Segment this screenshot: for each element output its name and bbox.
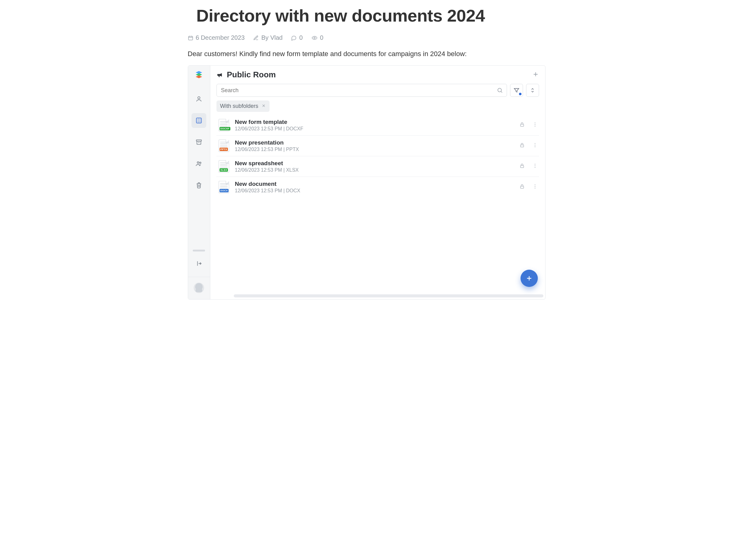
sidebar-resize-handle[interactable] (193, 250, 205, 251)
file-tag: XLSX (219, 168, 228, 172)
room-title: Public Room (227, 70, 276, 80)
svg-point-6 (199, 162, 201, 164)
meta-date-text: 6 December 2023 (196, 34, 245, 41)
svg-rect-20 (520, 186, 524, 188)
file-tag: PPTX (219, 148, 228, 151)
megaphone-icon (216, 72, 223, 78)
more-button[interactable] (532, 184, 538, 190)
comment-icon (291, 35, 297, 41)
page-meta: 6 December 2023 By Vlad 0 0 (188, 34, 546, 41)
person-icon (195, 96, 202, 102)
file-thumb: XLSX (218, 160, 230, 173)
svg-point-5 (197, 162, 199, 164)
sidebar (188, 66, 210, 299)
file-thumb: DOCX (218, 181, 230, 193)
sidebar-item-person[interactable] (191, 92, 206, 106)
list-item[interactable]: XLSX New spreadsheet 12/06/2023 12:53 PM… (216, 156, 539, 177)
toolbar (210, 81, 545, 99)
svg-point-13 (534, 143, 535, 144)
sidebar-item-grid[interactable] (191, 113, 206, 128)
more-button[interactable] (532, 163, 538, 170)
svg-rect-8 (520, 124, 524, 126)
svg-point-14 (534, 145, 535, 145)
file-name: New spreadsheet (235, 160, 514, 167)
svg-point-10 (534, 124, 535, 125)
lock-icon (519, 122, 525, 129)
filter-chips: With subfolders (210, 99, 545, 115)
svg-point-23 (534, 188, 535, 188)
avatar[interactable] (194, 283, 204, 293)
file-name: New presentation (235, 139, 514, 146)
file-thumb: DOCXF (218, 119, 230, 131)
sort-button[interactable] (526, 84, 539, 97)
svg-point-15 (534, 146, 535, 147)
meta-views-count: 0 (320, 34, 323, 41)
sidebar-item-trash[interactable] (191, 178, 206, 193)
close-icon (261, 104, 266, 108)
lock-icon (519, 184, 525, 190)
chip-with-subfolders[interactable]: With subfolders (216, 100, 269, 112)
svg-rect-3 (196, 118, 202, 123)
svg-point-2 (198, 97, 200, 99)
logo-icon[interactable] (194, 70, 203, 79)
horizontal-scrollbar[interactable] (234, 294, 543, 297)
plus-icon (526, 275, 533, 282)
svg-point-11 (534, 126, 535, 126)
sidebar-item-archive[interactable] (191, 135, 206, 149)
file-name: New form template (235, 119, 514, 125)
sidebar-collapse[interactable] (195, 260, 202, 268)
search-input[interactable] (220, 87, 497, 94)
plus-icon (532, 71, 539, 78)
more-button[interactable] (532, 142, 538, 149)
add-button[interactable] (532, 71, 539, 79)
fab-add-button[interactable] (521, 270, 538, 287)
lock-icon (519, 142, 525, 149)
meta-date: 6 December 2023 (188, 34, 245, 41)
group-icon (195, 160, 203, 167)
svg-rect-12 (520, 145, 524, 147)
main-panel: Public Room (210, 66, 545, 299)
archive-icon (195, 139, 202, 145)
meta-author: By Vlad (253, 34, 282, 41)
svg-point-19 (534, 167, 535, 168)
filter-icon (514, 87, 520, 93)
app-frame: Public Room (188, 65, 546, 300)
file-tag: DOCX (219, 189, 229, 192)
file-list: DOCXF New form template 12/06/2023 12:53… (210, 115, 545, 294)
filter-button[interactable] (510, 84, 523, 97)
file-meta: 12/06/2023 12:53 PM | DOCXF (235, 126, 514, 132)
filter-active-dot (519, 93, 522, 95)
chip-remove[interactable] (261, 103, 266, 109)
svg-point-7 (498, 88, 502, 92)
more-button[interactable] (532, 122, 538, 129)
search-field[interactable] (216, 84, 507, 97)
page-title: Directory with new documents 2024 (196, 6, 546, 26)
meta-comments: 0 (291, 34, 302, 41)
file-name: New document (235, 181, 514, 187)
sort-icon (530, 87, 536, 93)
sidebar-item-group[interactable] (191, 156, 206, 171)
meta-comments-count: 0 (299, 34, 302, 41)
edit-icon (253, 35, 259, 41)
svg-point-9 (534, 123, 535, 123)
meta-author-text: By Vlad (261, 34, 282, 41)
sidebar-avatar-area (188, 277, 210, 299)
eye-icon (311, 35, 317, 41)
search-icon (497, 87, 503, 93)
trash-icon (195, 182, 202, 189)
intro-text: Dear customers! Kindly find new form tem… (188, 50, 546, 58)
file-tag: DOCXF (219, 127, 230, 130)
meta-views: 0 (311, 34, 323, 41)
svg-point-18 (534, 166, 535, 166)
svg-rect-16 (520, 166, 524, 168)
svg-point-17 (534, 164, 535, 165)
list-item[interactable]: DOCXF New form template 12/06/2023 12:53… (216, 115, 539, 136)
list-item[interactable]: PPTX New presentation 12/06/2023 12:53 P… (216, 136, 539, 156)
collapse-icon (195, 260, 202, 267)
file-meta: 12/06/2023 12:53 PM | XLSX (235, 167, 514, 173)
file-meta: 12/06/2023 12:53 PM | DOCX (235, 188, 514, 194)
svg-point-21 (534, 185, 535, 185)
list-item[interactable]: DOCX New document 12/06/2023 12:53 PM | … (216, 177, 539, 197)
file-meta: 12/06/2023 12:53 PM | PPTX (235, 147, 514, 152)
room-header: Public Room (210, 66, 545, 81)
